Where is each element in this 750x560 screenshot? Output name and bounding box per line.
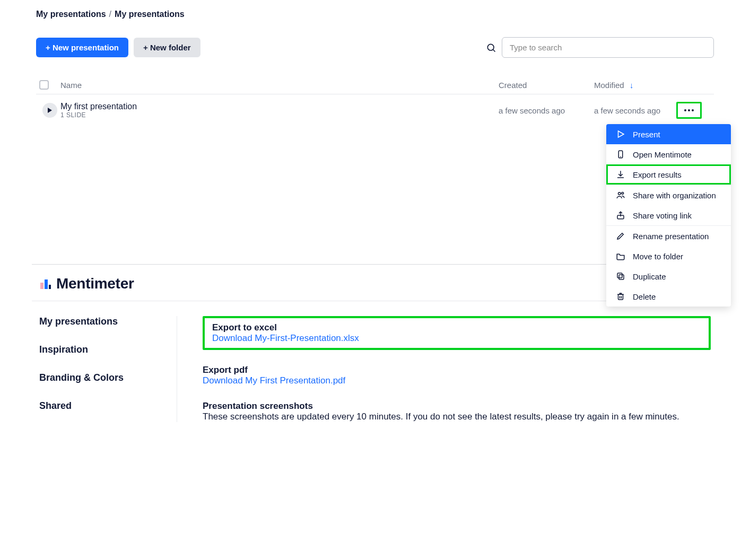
select-all-checkbox[interactable] — [39, 80, 49, 90]
presentation-screenshots-title: Presentation screenshots — [203, 401, 711, 412]
actions-dropdown: Present Open Mentimote Export results Sh… — [606, 124, 731, 307]
new-presentation-button[interactable]: + New presentation — [36, 38, 128, 57]
search-icon — [486, 42, 496, 53]
new-folder-button[interactable]: + New folder — [134, 38, 200, 57]
more-actions-button[interactable] — [676, 102, 702, 119]
sidebar-item-branding-colors[interactable]: Branding & Colors — [39, 372, 166, 383]
export-excel-link[interactable]: Download My-First-Presentation.xlsx — [212, 333, 701, 344]
sidebar-item-shared[interactable]: Shared — [39, 400, 166, 412]
svg-rect-9 — [619, 275, 624, 279]
mentimeter-logo[interactable]: Mentimeter — [39, 275, 134, 292]
menu-open-mentimote[interactable]: Open Mentimote — [606, 144, 731, 164]
sidebar-item-my-presentations[interactable]: My presentations — [39, 316, 166, 327]
svg-rect-16 — [49, 285, 51, 289]
menu-share-organization[interactable]: Share with organization — [606, 185, 731, 205]
toolbar: + New presentation + New folder — [36, 37, 714, 58]
export-content: Export to excel Download My-First-Presen… — [177, 316, 711, 422]
play-outline-icon — [616, 129, 625, 139]
breadcrumb: My presentations / My presentations — [36, 10, 714, 19]
menu-share-voting-link[interactable]: Share voting link — [606, 205, 731, 225]
duplicate-icon — [616, 272, 625, 281]
presentation-screenshots-text: These screenshots are updated every 10 m… — [203, 412, 711, 422]
column-created[interactable]: Created — [499, 81, 594, 90]
export-pdf-title: Export pdf — [203, 365, 711, 375]
sort-arrow-down-icon: ↓ — [630, 81, 634, 90]
sidebar: My presentations Inspiration Branding & … — [39, 316, 177, 422]
svg-point-6 — [618, 192, 621, 195]
svg-point-0 — [487, 44, 494, 50]
menu-move-to-folder[interactable]: Move to folder — [606, 246, 731, 266]
menu-delete[interactable]: Delete — [606, 286, 731, 307]
menu-export-results[interactable]: Export results — [606, 164, 731, 185]
menu-duplicate[interactable]: Duplicate — [606, 266, 731, 286]
breadcrumb-separator: / — [109, 10, 111, 19]
share-icon — [616, 211, 625, 220]
breadcrumb-root[interactable]: My presentations — [36, 10, 106, 19]
menu-rename[interactable]: Rename presentation — [606, 226, 731, 246]
export-pdf-link[interactable]: Download My First Presentation.pdf — [203, 375, 711, 386]
breadcrumb-current: My presentations — [115, 10, 185, 19]
column-modified[interactable]: Modified ↓ — [594, 81, 711, 90]
trash-icon — [616, 292, 625, 301]
column-name[interactable]: Name — [60, 81, 499, 90]
group-icon — [616, 190, 625, 200]
svg-point-7 — [622, 192, 624, 194]
folder-icon — [616, 251, 625, 261]
modified-time: a few seconds ago — [594, 106, 660, 115]
svg-rect-10 — [617, 273, 622, 278]
svg-marker-2 — [48, 108, 52, 113]
presentation-subtitle: 1 SLIDE — [60, 111, 499, 119]
pencil-icon — [616, 231, 625, 241]
svg-rect-14 — [40, 283, 43, 289]
play-presentation-button[interactable] — [42, 103, 57, 118]
mentimeter-mark-icon — [39, 277, 52, 290]
svg-rect-15 — [45, 279, 48, 289]
phone-icon — [616, 150, 625, 159]
svg-line-1 — [493, 49, 495, 51]
export-excel-title: Export to excel — [212, 322, 701, 333]
svg-rect-11 — [618, 294, 623, 300]
list-header: Name Created Modified ↓ — [36, 76, 714, 94]
svg-marker-3 — [618, 131, 624, 137]
search-input[interactable] — [502, 37, 714, 58]
brand-name: Mentimeter — [56, 275, 134, 292]
presentation-title[interactable]: My first presentation — [60, 102, 499, 111]
menu-present[interactable]: Present — [606, 124, 731, 144]
table-row[interactable]: My first presentation 1 SLIDE a few seco… — [36, 94, 714, 126]
export-excel-block-highlight: Export to excel Download My-First-Presen… — [203, 316, 711, 350]
sidebar-item-inspiration[interactable]: Inspiration — [39, 344, 166, 355]
created-time: a few seconds ago — [499, 106, 594, 115]
download-icon — [616, 170, 625, 179]
